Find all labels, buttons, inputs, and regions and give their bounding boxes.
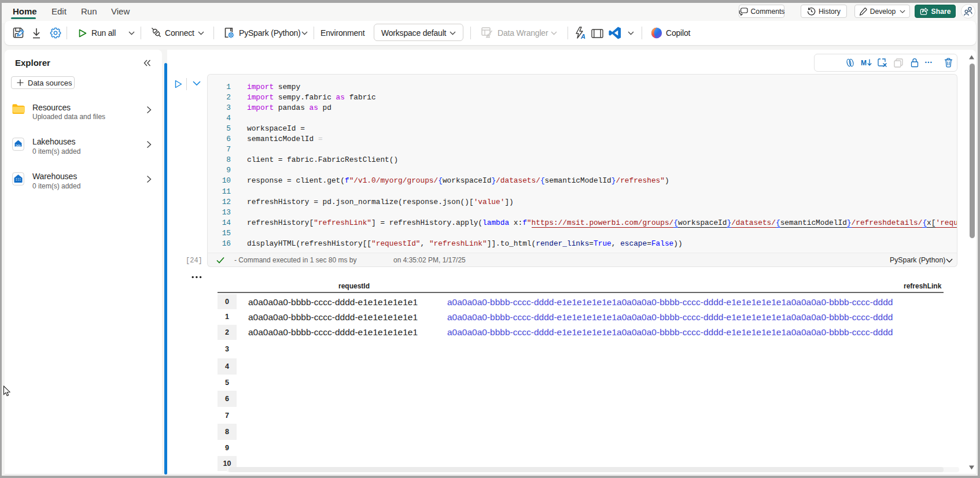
- svg-text:A: A: [580, 33, 585, 40]
